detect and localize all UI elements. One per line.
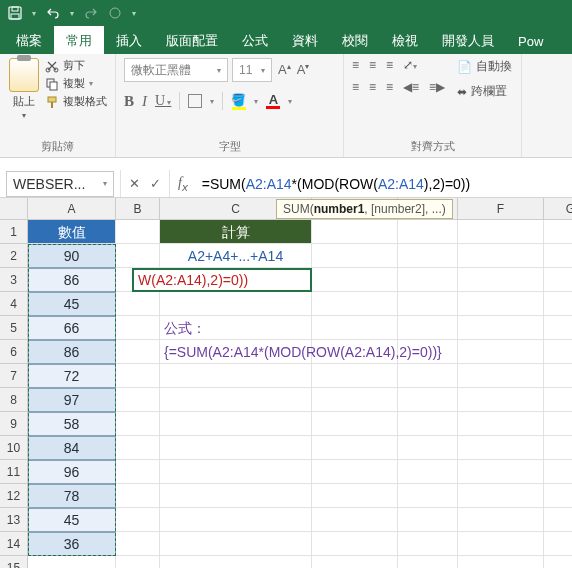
- cell-F2[interactable]: [458, 244, 544, 268]
- column-header-A[interactable]: A: [28, 198, 116, 220]
- cell-G12[interactable]: [544, 484, 572, 508]
- cell-E1[interactable]: [398, 220, 458, 244]
- cell-F9[interactable]: [458, 412, 544, 436]
- cell-C4[interactable]: [160, 292, 312, 316]
- cell-C7[interactable]: [160, 364, 312, 388]
- row-header-9[interactable]: 9: [0, 412, 28, 436]
- save-icon[interactable]: [4, 2, 26, 24]
- cell-B10[interactable]: [116, 436, 160, 460]
- row-header-2[interactable]: 2: [0, 244, 28, 268]
- increase-font-icon[interactable]: A▴: [276, 60, 293, 79]
- cell-B12[interactable]: [116, 484, 160, 508]
- cell-F15[interactable]: [458, 556, 544, 568]
- row-header-11[interactable]: 11: [0, 460, 28, 484]
- italic-button[interactable]: I: [142, 93, 147, 110]
- font-size-combo[interactable]: 11▾: [232, 58, 272, 82]
- cell-E13[interactable]: [398, 508, 458, 532]
- cell-C14[interactable]: [160, 532, 312, 556]
- cell-G8[interactable]: [544, 388, 572, 412]
- cell-D5[interactable]: [312, 316, 398, 340]
- cell-C8[interactable]: [160, 388, 312, 412]
- tab-formulas[interactable]: 公式: [230, 26, 280, 54]
- cell-C11[interactable]: [160, 460, 312, 484]
- name-box-dropdown[interactable]: ▾: [103, 179, 107, 188]
- undo-dropdown[interactable]: ▾: [66, 9, 78, 18]
- redo-icon[interactable]: [80, 2, 102, 24]
- cell-A10[interactable]: 84: [28, 436, 116, 460]
- cell-D7[interactable]: [312, 364, 398, 388]
- tab-data[interactable]: 資料: [280, 26, 330, 54]
- cut-button[interactable]: 剪下: [45, 58, 107, 73]
- cell-C15[interactable]: [160, 556, 312, 568]
- cell-B9[interactable]: [116, 412, 160, 436]
- fill-color-button[interactable]: 🪣: [231, 93, 246, 110]
- cell-E2[interactable]: [398, 244, 458, 268]
- align-bottom-icon[interactable]: ≡: [386, 58, 393, 72]
- align-middle-icon[interactable]: ≡: [369, 58, 376, 72]
- cell-F7[interactable]: [458, 364, 544, 388]
- row-header-1[interactable]: 1: [0, 220, 28, 244]
- row-header-13[interactable]: 13: [0, 508, 28, 532]
- cell-G4[interactable]: [544, 292, 572, 316]
- row-header-5[interactable]: 5: [0, 316, 28, 340]
- cell-G10[interactable]: [544, 436, 572, 460]
- decrease-font-icon[interactable]: A▾: [295, 60, 312, 79]
- cell-B14[interactable]: [116, 532, 160, 556]
- cancel-formula-button[interactable]: ✕: [129, 176, 140, 191]
- cell-B6[interactable]: [116, 340, 160, 364]
- fx-icon[interactable]: fx: [170, 175, 196, 193]
- cell-E11[interactable]: [398, 460, 458, 484]
- cell-G13[interactable]: [544, 508, 572, 532]
- cell-E4[interactable]: [398, 292, 458, 316]
- cell-B13[interactable]: [116, 508, 160, 532]
- qat-customize[interactable]: ▾: [128, 9, 140, 18]
- column-header-B[interactable]: B: [116, 198, 160, 220]
- cell-D14[interactable]: [312, 532, 398, 556]
- cell-A15[interactable]: [28, 556, 116, 568]
- indent-increase-icon[interactable]: ≡▶: [429, 80, 445, 94]
- editing-cell[interactable]: W(A2:A14),2)=0)): [132, 268, 312, 292]
- spreadsheet-grid[interactable]: ABCDEFG 123456789101112131415 數值計算90A2+A…: [0, 198, 572, 568]
- cell-A12[interactable]: 78: [28, 484, 116, 508]
- row-header-4[interactable]: 4: [0, 292, 28, 316]
- cell-D11[interactable]: [312, 460, 398, 484]
- merge-center-button[interactable]: ⬌ 跨欄置: [457, 83, 512, 100]
- cell-D4[interactable]: [312, 292, 398, 316]
- cell-D3[interactable]: [312, 268, 398, 292]
- cell-F1[interactable]: [458, 220, 544, 244]
- cell-E14[interactable]: [398, 532, 458, 556]
- cell-F10[interactable]: [458, 436, 544, 460]
- cell-B8[interactable]: [116, 388, 160, 412]
- cell-A7[interactable]: 72: [28, 364, 116, 388]
- cell-A1[interactable]: 數值: [28, 220, 116, 244]
- cell-C13[interactable]: [160, 508, 312, 532]
- copy-button[interactable]: 複製 ▾: [45, 76, 107, 91]
- cell-D12[interactable]: [312, 484, 398, 508]
- border-button[interactable]: [188, 94, 202, 108]
- cell-G7[interactable]: [544, 364, 572, 388]
- cell-A11[interactable]: 96: [28, 460, 116, 484]
- cell-F6[interactable]: [458, 340, 544, 364]
- cell-F12[interactable]: [458, 484, 544, 508]
- paste-button[interactable]: 貼上: [13, 94, 35, 109]
- cell-C2[interactable]: A2+A4+...+A14: [160, 244, 312, 268]
- tab-view[interactable]: 檢視: [380, 26, 430, 54]
- tab-file[interactable]: 檔案: [4, 26, 54, 54]
- cell-G11[interactable]: [544, 460, 572, 484]
- row-header-6[interactable]: 6: [0, 340, 28, 364]
- cell-G9[interactable]: [544, 412, 572, 436]
- cell-A14[interactable]: 36: [28, 532, 116, 556]
- touch-mode-icon[interactable]: [104, 2, 126, 24]
- cell-A2[interactable]: 90: [28, 244, 116, 268]
- cell-C6[interactable]: {=SUM(A2:A14*(MOD(ROW(A2:A14),2)=0))}: [160, 340, 312, 364]
- qat-dropdown[interactable]: ▾: [28, 9, 40, 18]
- name-box[interactable]: WEBSER... ▾: [6, 171, 114, 197]
- font-name-combo[interactable]: 微軟正黑體▾: [124, 58, 228, 82]
- indent-decrease-icon[interactable]: ◀≡: [403, 80, 419, 94]
- row-header-7[interactable]: 7: [0, 364, 28, 388]
- row-header-14[interactable]: 14: [0, 532, 28, 556]
- orientation-icon[interactable]: ⤢▾: [403, 58, 417, 72]
- font-color-button[interactable]: A: [266, 94, 280, 109]
- tab-developer[interactable]: 開發人員: [430, 26, 506, 54]
- column-header-F[interactable]: F: [458, 198, 544, 220]
